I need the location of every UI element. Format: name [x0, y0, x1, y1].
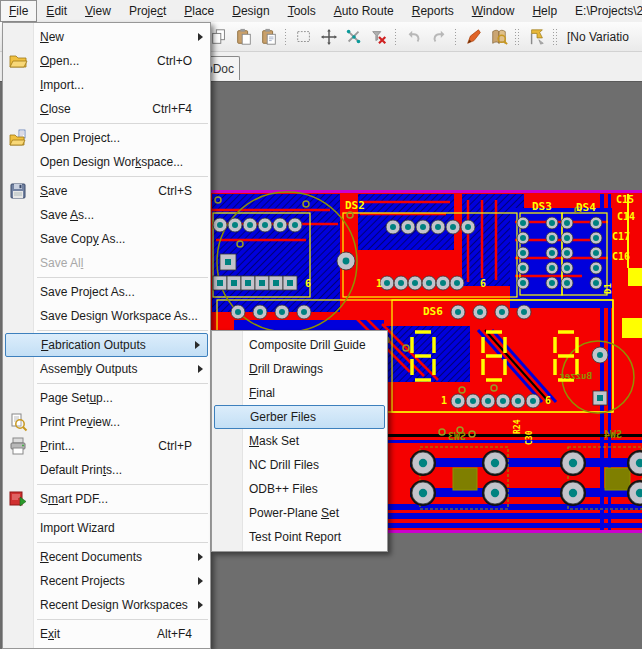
menu-item-open[interactable]: Open...Ctrl+O	[3, 49, 210, 73]
menubar-item-place[interactable]: Place	[175, 0, 223, 22]
menubar-right-group: E:\Projects\2013\	[566, 0, 642, 22]
menu-item-import[interactable]: Import...	[3, 73, 210, 97]
menu-item-print[interactable]: Print...Ctrl+P	[3, 434, 210, 458]
menu-item-open-project[interactable]: Open Project...	[3, 126, 210, 150]
menu-item-nc-drill-files[interactable]: NC Drill Files	[212, 453, 387, 477]
menubar-item-tools[interactable]: Tools	[279, 0, 325, 22]
menu-item-recent-design-workspaces[interactable]: Recent Design Workspaces	[3, 593, 210, 617]
menu-item-save-copy-as[interactable]: Save Copy As...	[3, 227, 210, 251]
menubar-item-view[interactable]: View	[76, 0, 120, 22]
menu-item-label: Save Project As...	[40, 285, 135, 299]
menu-item-label: Default Prints...	[40, 463, 122, 477]
paste-icon[interactable]	[231, 25, 256, 49]
svg-text:SW3: SW3	[448, 431, 466, 442]
menu-item-label: New	[40, 30, 64, 44]
clear-filter-icon[interactable]	[366, 25, 391, 49]
menubar-item-auto-route[interactable]: Auto Route	[325, 0, 403, 22]
svg-text:6: 6	[305, 278, 311, 289]
menu-item-label: Drill Drawings	[249, 362, 323, 376]
interactive-routing-icon[interactable]	[461, 25, 486, 49]
menu-item-odb-files[interactable]: ODB++ Files	[212, 477, 387, 501]
svg-text:C30: C30	[525, 430, 534, 445]
menu-item-label: Fabrication Outputs	[41, 338, 146, 352]
svg-text:D1: D1	[603, 283, 613, 294]
menu-item-open-design-workspace[interactable]: Open Design Workspace...	[3, 150, 210, 174]
menubar-item-edit[interactable]: Edit	[37, 0, 76, 22]
menu-item-label: Test Point Report	[249, 530, 341, 544]
menu-item-label: Gerber Files	[250, 410, 316, 424]
menubar-item-project[interactable]: Project	[120, 0, 175, 22]
menu-item-label: Save Design Workspace As...	[40, 309, 198, 323]
menu-separator	[37, 176, 208, 177]
menu-item-label: Import Wizard	[40, 521, 115, 535]
menubar-item-window[interactable]: Window	[463, 0, 524, 22]
menu-item-power-plane-set[interactable]: Power-Plane Set	[212, 501, 387, 525]
menu-item-recent-documents[interactable]: Recent Documents	[3, 545, 210, 569]
svg-text:DS6: DS6	[423, 305, 443, 318]
submenu-arrow-icon	[198, 365, 203, 373]
menu-item-label: Final	[249, 386, 275, 400]
menu-item-label: Recent Design Workspaces	[40, 598, 188, 612]
svg-text:DS2: DS2	[345, 199, 365, 212]
menu-item-close[interactable]: CloseCtrl+F4	[3, 97, 210, 121]
svg-text:R24: R24	[513, 419, 522, 434]
menubar-item-file[interactable]: File	[0, 0, 37, 22]
submenu-arrow-icon	[198, 601, 203, 609]
menu-item-composite-drill-guide[interactable]: Composite Drill Guide	[212, 333, 387, 357]
toolbar-grip	[514, 28, 521, 46]
menu-item-label: Save Copy As...	[40, 232, 125, 246]
svg-text:6: 6	[480, 278, 486, 289]
menu-separator	[37, 484, 208, 485]
menu-item-final[interactable]: Final	[212, 381, 387, 405]
menu-item-smart-pdf[interactable]: Smart PDF...	[3, 487, 210, 511]
menu-item-drill-drawings[interactable]: Drill Drawings	[212, 357, 387, 381]
menubar-item-design[interactable]: Design	[223, 0, 278, 22]
menu-item-label: Recent Documents	[40, 550, 142, 564]
undo-icon[interactable]	[401, 25, 426, 49]
menu-separator	[37, 619, 208, 620]
menubar-item-reports[interactable]: Reports	[403, 0, 463, 22]
menu-item-shortcut: Ctrl+O	[157, 54, 204, 68]
menu-item-fabrication-outputs[interactable]: Fabrication Outputs	[5, 333, 208, 357]
menu-item-gerber-files[interactable]: Gerber Files	[214, 405, 385, 429]
variant-combobox[interactable]: [No Variatio	[562, 30, 629, 44]
browse-components-icon[interactable]	[486, 25, 511, 49]
menu-item-label: NC Drill Files	[249, 458, 319, 472]
menu-separator	[37, 123, 208, 124]
menu-item-save[interactable]: SaveCtrl+S	[3, 179, 210, 203]
menubar-items: FileEditViewProjectPlaceDesignToolsAuto …	[0, 0, 566, 22]
menu-item-print-preview[interactable]: Print Preview...	[3, 410, 210, 434]
menu-item-label: Page Setup...	[40, 391, 113, 405]
menu-item-mask-set[interactable]: Mask Set	[212, 429, 387, 453]
menubar: FileEditViewProjectPlaceDesignToolsAuto …	[0, 0, 642, 22]
cross-select-icon[interactable]	[524, 25, 549, 49]
break-track-icon[interactable]	[341, 25, 366, 49]
menu-item-label: Open Design Workspace...	[40, 155, 183, 169]
svg-text:DS4: DS4	[576, 201, 596, 214]
menu-item-save-as[interactable]: Save As...	[3, 203, 210, 227]
select-rect-icon[interactable]	[291, 25, 316, 49]
menu-item-shortcut: Ctrl+S	[158, 184, 204, 198]
toolbar-grip	[552, 28, 559, 46]
menu-item-exit[interactable]: ExitAlt+F4	[3, 622, 210, 646]
menu-item-save-design-workspace-as[interactable]: Save Design Workspace As...	[3, 304, 210, 328]
svg-text:C14: C14	[617, 211, 635, 222]
menu-separator	[37, 383, 208, 384]
redo-icon[interactable]	[426, 25, 451, 49]
menu-item-import-wizard[interactable]: Import Wizard	[3, 516, 210, 540]
menu-item-test-point-report[interactable]: Test Point Report	[212, 525, 387, 549]
menu-item-new[interactable]: New	[3, 25, 210, 49]
menu-item-shortcut: Ctrl+P	[158, 439, 204, 453]
menu-item-recent-projects[interactable]: Recent Projects	[3, 569, 210, 593]
menu-item-default-prints[interactable]: Default Prints...	[3, 458, 210, 482]
menu-item-save-all[interactable]: Save All	[3, 251, 210, 275]
menu-separator	[37, 542, 208, 543]
move-icon[interactable]	[316, 25, 341, 49]
menu-item-page-setup[interactable]: Page Setup...	[3, 386, 210, 410]
paste-special-icon[interactable]	[256, 25, 281, 49]
menu-item-assembly-outputs[interactable]: Assembly Outputs	[3, 357, 210, 381]
menu-item-save-project-as[interactable]: Save Project As...	[3, 280, 210, 304]
svg-text:1: 1	[376, 278, 382, 289]
menubar-item-help[interactable]: Help	[523, 0, 566, 22]
submenu-arrow-icon	[195, 341, 200, 349]
